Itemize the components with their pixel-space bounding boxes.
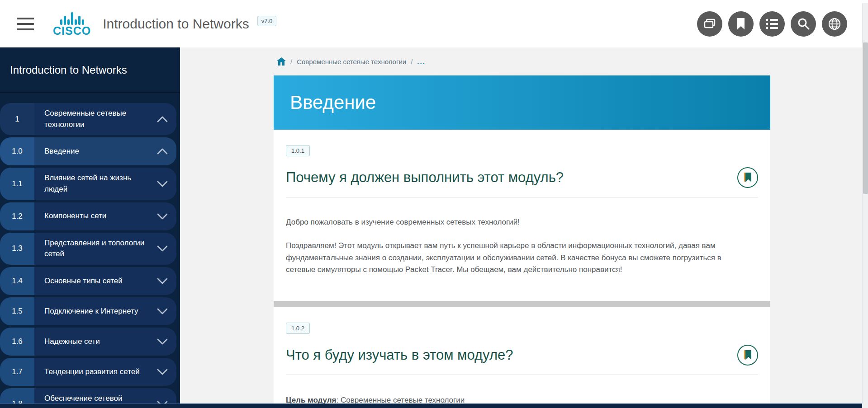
paragraph: Добро пожаловать в изучение современных … — [286, 216, 752, 228]
sidebar-header: Introduction to Networks — [0, 47, 180, 93]
sidebar-nav-item-1-7[interactable]: 1.7 Тенденции развития сетей — [0, 358, 176, 386]
nav-item-number: 1.6 — [0, 328, 34, 356]
nav-item-label: Влияние сетей на жизнь людей — [44, 173, 148, 195]
section-divider — [274, 301, 770, 307]
scrollbar-thumb[interactable] — [863, 42, 868, 194]
chevron-icon — [157, 116, 168, 123]
nav-item-label: Компоненты сети — [44, 211, 106, 222]
topic-section-1-0-2: 1.0.2 Что я буду изучать в этом модуле? … — [286, 307, 758, 408]
chevron-icon — [157, 148, 168, 155]
topic-number-badge: 1.0.2 — [286, 323, 310, 334]
vertical-scrollbar[interactable] — [862, 3, 868, 408]
topic-title: Почему я должен выполнить этот модуль? — [286, 169, 564, 186]
nav-item-number: 1.3 — [0, 233, 34, 265]
sidebar-course-title: Introduction to Networks — [10, 64, 170, 76]
sidebar-nav-item-1-4[interactable]: 1.4 Основные типы сетей — [0, 267, 176, 295]
sidebar-nav-item-1-6[interactable]: 1.6 Надежные сети — [0, 328, 176, 356]
paragraph: Поздравляем! Этот модуль открывает вам п… — [286, 240, 752, 276]
hamburger-menu-icon[interactable] — [17, 14, 34, 34]
bookmark-topic-button[interactable] — [737, 345, 758, 366]
banner-title: Введение — [290, 92, 376, 113]
nav-item-number: 1.4 — [0, 267, 34, 295]
globe-icon[interactable] — [822, 11, 847, 37]
list-icon[interactable] — [759, 11, 785, 37]
home-icon[interactable] — [277, 57, 286, 66]
sidebar-nav-item-1-2[interactable]: 1.2 Компоненты сети — [0, 202, 176, 230]
topic-section-1-0-1: 1.0.1 Почему я должен выполнить этот мод… — [286, 130, 758, 301]
nav-item-label: Тенденции развития сетей — [44, 366, 140, 378]
course-title: Introduction to Networks — [103, 16, 249, 32]
version-badge: v7.0 — [257, 16, 277, 26]
breadcrumb-separator: / — [411, 58, 413, 66]
bookmarks-icon[interactable] — [728, 11, 754, 37]
sidebar-nav-item-1-1[interactable]: 1.1 Влияние сетей на жизнь людей — [0, 168, 176, 200]
sidebar-nav-item-1-3[interactable]: 1.3 Представления и топологии сетей — [0, 233, 176, 265]
chevron-icon — [157, 180, 168, 188]
sidebar-nav-item-1[interactable]: 1 Современные сетевые технологии — [0, 103, 176, 135]
card-body: 1.0.1 Почему я должен выполнить этот мод… — [274, 130, 770, 408]
sidebar-nav-item-1-5[interactable]: 1.5 Подключение к Интернету — [0, 297, 176, 325]
breadcrumb: / Современные сетевые технологии / ... — [180, 47, 868, 66]
header-toolbar — [697, 11, 847, 37]
nav-item-label: Подключение к Интернету — [44, 306, 138, 317]
course-sidebar: Introduction to Networks 1 Современные с… — [0, 47, 180, 408]
breadcrumb-ellipsis[interactable]: ... — [417, 58, 426, 66]
breadcrumb-module-link[interactable]: Современные сетевые технологии — [297, 58, 406, 66]
nav-item-number: 1.1 — [0, 168, 34, 200]
nav-item-number: 1.5 — [0, 297, 34, 325]
cisco-logo-bars-icon — [60, 11, 84, 25]
nav-item-number: 1.0 — [0, 137, 34, 165]
cisco-logo-text: CISCO — [53, 25, 91, 37]
nav-item-label: Надежные сети — [44, 336, 100, 347]
bottom-bar — [0, 403, 868, 408]
chevron-icon — [157, 338, 168, 345]
topic-title: Что я буду изучать в этом модуле? — [286, 347, 513, 363]
nav-item-number: 1 — [0, 103, 34, 135]
main-content: / Современные сетевые технологии / ... В… — [180, 47, 868, 408]
nav-item-label: Представления и топологии сетей — [44, 238, 148, 260]
cisco-logo: CISCO — [53, 11, 91, 37]
chevron-icon — [157, 368, 168, 375]
nav-item-number: 1.7 — [0, 358, 34, 386]
nav-item-number: 1.2 — [0, 202, 34, 230]
content-card: Введение 1.0.1 Почему я должен выполнить… — [274, 75, 770, 408]
topic-number-badge: 1.0.1 — [286, 145, 310, 156]
windows-icon[interactable] — [697, 11, 722, 37]
chevron-icon — [157, 277, 168, 285]
sidebar-nav-item-1-0[interactable]: 1.0 Введение — [0, 137, 176, 165]
bookmark-topic-button[interactable] — [737, 167, 758, 188]
section-banner: Введение — [274, 75, 770, 130]
breadcrumb-separator: / — [290, 58, 292, 66]
app-header: CISCO Introduction to Networks v7.0 — [0, 0, 868, 47]
search-icon[interactable] — [791, 11, 816, 37]
topic-paragraphs: Добро пожаловать в изучение современных … — [286, 197, 758, 301]
chevron-icon — [157, 308, 168, 315]
nav-item-label: Современные сетевые технологии — [44, 108, 148, 130]
chevron-icon — [157, 245, 168, 252]
nav-item-label: Введение — [44, 146, 79, 157]
nav-item-label: Основные типы сетей — [44, 276, 123, 287]
module-nav-list: 1 Современные сетевые технологии 1.0 Вве… — [0, 93, 180, 408]
chevron-icon — [157, 213, 168, 220]
